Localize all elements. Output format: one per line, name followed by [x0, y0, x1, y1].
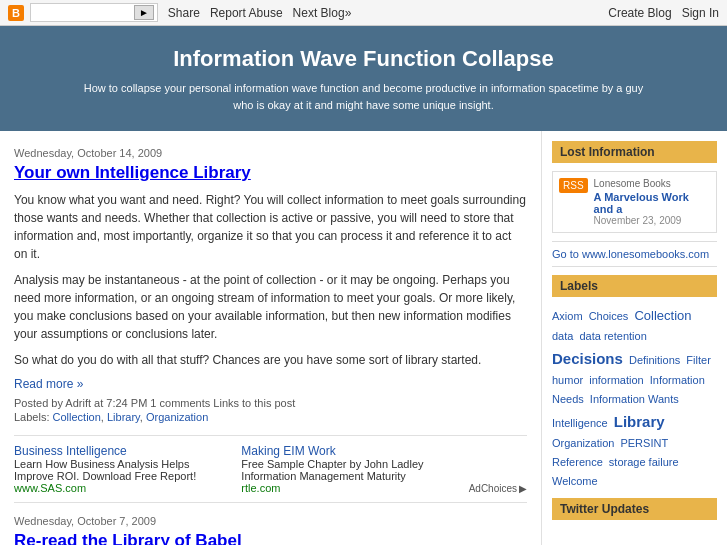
post-2-title: Re-read the Library of Babel [14, 531, 527, 545]
label-humor[interactable]: humor [552, 374, 583, 386]
twitter-title: Twitter Updates [552, 498, 717, 520]
ad-choices-icon: ▶ [519, 483, 527, 494]
label-axiom[interactable]: Axiom [552, 310, 583, 322]
ad-2-url: rtle.com [241, 482, 458, 494]
label-filter[interactable]: Filter [686, 354, 710, 366]
book-entry: RSS Lonesome Books A Marvelous Work and … [559, 178, 710, 226]
search-input[interactable] [34, 7, 134, 19]
label-collection[interactable]: Collection [53, 411, 101, 423]
sign-in-link[interactable]: Sign In [682, 6, 719, 20]
top-bar: B ► Share Report Abuse Next Blog» Create… [0, 0, 727, 26]
lost-info-widget: RSS Lonesome Books A Marvelous Work and … [552, 171, 717, 233]
label-information[interactable]: information [589, 374, 643, 386]
labels-prefix: Labels: [14, 411, 49, 423]
site-title: Information Wave Function Collapse [40, 46, 687, 72]
post-1-meta-text: Posted by Adrift at 7:24 PM 1 comments L… [14, 397, 295, 409]
label-persint[interactable]: PERSINT [620, 437, 668, 449]
ad-row: Business Intelligence Learn How Business… [14, 435, 527, 503]
ad-1-url: www.SAS.com [14, 482, 231, 494]
post-1: Wednesday, October 14, 2009 Your own Int… [14, 147, 527, 423]
label-storage-failure[interactable]: storage failure [609, 456, 679, 468]
ad-choices: AdChoices ▶ [469, 444, 527, 494]
site-subtitle: How to collapse your personal informatio… [74, 80, 654, 113]
post-1-read-more: Read more » [14, 377, 527, 391]
top-right-links: Create Blog Sign In [608, 6, 719, 20]
site-header: Information Wave Function Collapse How t… [0, 26, 727, 131]
book-date: November 23, 2009 [594, 215, 710, 226]
post-2-date: Wednesday, October 7, 2009 [14, 515, 527, 527]
sidebar: Lost Information RSS Lonesome Books A Ma… [542, 131, 727, 545]
site-link[interactable]: Go to www.lonesomebooks.com [552, 248, 717, 260]
main-layout: Wednesday, October 14, 2009 Your own Int… [0, 131, 727, 545]
share-link[interactable]: Share [168, 6, 200, 20]
lost-info-title: Lost Information [552, 141, 717, 163]
report-abuse-link[interactable]: Report Abuse [210, 6, 283, 20]
ad-2-desc: Free Sample Chapter by John Ladley Infor… [241, 458, 458, 482]
label-reference[interactable]: Reference [552, 456, 603, 468]
ad-2-link[interactable]: Making EIM Work [241, 444, 335, 458]
rss-icon: RSS [559, 178, 588, 193]
label-decisions[interactable]: Decisions [552, 350, 623, 367]
ad-block-1: Business Intelligence Learn How Business… [14, 444, 231, 494]
ad-1-desc: Learn How Business Analysis Helps Improv… [14, 458, 231, 482]
label-information-wants[interactable]: Information Wants [590, 393, 679, 405]
post-1-title: Your own Intelligence Library [14, 163, 527, 183]
ad-2-title: Making EIM Work [241, 444, 458, 458]
label-choices[interactable]: Choices [589, 310, 629, 322]
label-definitions[interactable]: Definitions [629, 354, 680, 366]
post-1-meta: Posted by Adrift at 7:24 PM 1 comments L… [14, 397, 527, 409]
labels-title: Labels [552, 275, 717, 297]
label-library[interactable]: Library [614, 413, 665, 430]
label-organization[interactable]: Organization [146, 411, 208, 423]
book-title: A Marvelous Work and a [594, 191, 710, 215]
book-source: Lonesome Books [594, 178, 710, 189]
label-collection[interactable]: Collection [634, 308, 691, 323]
top-nav-links: Share Report Abuse Next Blog» [168, 6, 351, 20]
post-1-title-link[interactable]: Your own Intelligence Library [14, 163, 251, 182]
create-blog-link[interactable]: Create Blog [608, 6, 671, 20]
next-blog-link[interactable]: Next Blog» [293, 6, 352, 20]
divider-1 [552, 241, 717, 242]
search-button[interactable]: ► [134, 5, 154, 20]
label-data[interactable]: data [552, 330, 573, 342]
ad-1-title: Business Intelligence [14, 444, 231, 458]
label-intelligence[interactable]: Intelligence [552, 417, 608, 429]
label-welcome[interactable]: Welcome [552, 475, 598, 487]
ad-block-2: Making EIM Work Free Sample Chapter by J… [241, 444, 458, 494]
search-bar: ► [30, 3, 158, 22]
divider-2 [552, 266, 717, 267]
label-library[interactable]: Library [107, 411, 140, 423]
label-organization[interactable]: Organization [552, 437, 614, 449]
ad-1-link[interactable]: Business Intelligence [14, 444, 127, 458]
post-1-labels: Labels: Collection, Library, Organizatio… [14, 411, 527, 423]
blogger-logo: B [8, 5, 24, 21]
book-info: Lonesome Books A Marvelous Work and a No… [594, 178, 710, 226]
ad-choices-label: AdChoices [469, 483, 517, 494]
post-1-body1: You know what you want and need. Right? … [14, 191, 527, 263]
labels-section: Labels Axiom Choices Collection data dat… [552, 275, 717, 490]
post-2: Wednesday, October 7, 2009 Re-read the L… [14, 515, 527, 545]
content-area: Wednesday, October 14, 2009 Your own Int… [0, 131, 542, 545]
labels-cloud: Axiom Choices Collection data data reten… [552, 305, 717, 490]
read-more-link[interactable]: Read more » [14, 377, 83, 391]
post-2-title-link[interactable]: Re-read the Library of Babel [14, 531, 242, 545]
post-1-date: Wednesday, October 14, 2009 [14, 147, 527, 159]
post-1-body3: So what do you do with all that stuff? C… [14, 351, 527, 369]
post-1-body2: Analysis may be instantaneous - at the p… [14, 271, 527, 343]
label-data-retention[interactable]: data retention [579, 330, 646, 342]
